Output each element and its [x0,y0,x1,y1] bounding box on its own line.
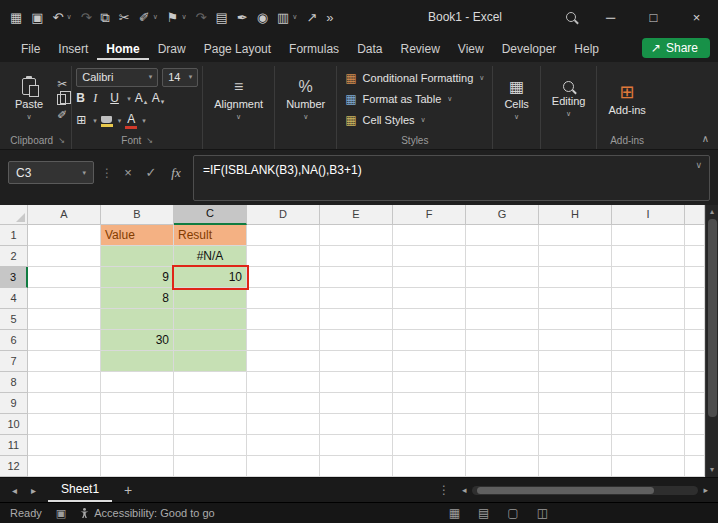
cell-E3[interactable] [320,267,393,288]
row-header-7[interactable]: 7 [0,351,28,372]
row-header-5[interactable]: 5 [0,309,28,330]
styles-button-2[interactable]: ▦Cell Styles∨ [341,110,488,130]
cell-F12[interactable] [393,456,466,477]
cell-H5[interactable] [539,309,612,330]
cell-G10[interactable] [466,414,539,435]
formula-input[interactable]: =IF(ISBLANK(B3),NA(),B3+1) ∨ [193,155,710,201]
column-header-G[interactable]: G [466,205,539,225]
cell-F4[interactable] [393,288,466,309]
font-family-select[interactable]: Calibri ▾ [76,68,158,87]
cell-C2[interactable]: #N/A [174,246,247,267]
sheet-nav-left-icon[interactable]: ◂ [6,485,23,496]
column-header-D[interactable]: D [247,205,320,225]
cell-B3[interactable]: 9 [101,267,174,288]
cell-A7[interactable] [28,351,101,372]
hscroll-thumb[interactable] [477,487,654,494]
cell-I4[interactable] [612,288,685,309]
cell-G4[interactable] [466,288,539,309]
table-tool-icon-dropdown[interactable]: ∨ [292,13,297,21]
alignment-button[interactable]: ≡ Alignment ∨ [207,77,270,122]
cell-D6[interactable] [247,330,320,351]
tab-developer[interactable]: Developer [493,36,566,60]
borders-dropdown-icon[interactable]: ▾ [93,117,97,125]
normal-view-icon[interactable]: ▤ [478,507,489,519]
ink-pen-icon[interactable]: ✒ [237,11,248,24]
cell-H7[interactable] [539,351,612,372]
addins-button[interactable]: ⊞ Add-ins [601,81,652,118]
decrease-font-button[interactable]: A▾ [152,92,165,105]
bold-button[interactable]: B [76,92,89,105]
number-button[interactable]: % Number ∨ [279,77,332,122]
row-header-12[interactable]: 12 [0,456,28,477]
cell-F1[interactable] [393,225,466,246]
cell-I3[interactable] [612,267,685,288]
cell-E1[interactable] [320,225,393,246]
cell-B6[interactable]: 30 [101,330,174,351]
cell-H11[interactable] [539,435,612,456]
more-commands-icon[interactable]: » [326,11,333,24]
cell-G11[interactable] [466,435,539,456]
cell-B11[interactable] [101,435,174,456]
sheet-nav-right-icon[interactable]: ▸ [25,485,42,496]
underline-dropdown-icon[interactable]: ▾ [127,95,131,103]
increase-font-button[interactable]: A▴ [135,92,148,105]
cell-I5[interactable] [612,309,685,330]
cell-I12[interactable] [612,456,685,477]
format-painter-icon[interactable]: ✐ [139,11,150,24]
underline-button[interactable]: U [110,92,123,105]
paste-button[interactable]: Paste ∨ [8,76,50,122]
cell-I1[interactable] [612,225,685,246]
row-header-1[interactable]: 1 [0,225,28,246]
cell-D2[interactable] [247,246,320,267]
tab-home[interactable]: Home [97,36,148,60]
cell-E11[interactable] [320,435,393,456]
maximize-button[interactable]: □ [632,0,675,34]
cell-E9[interactable] [320,393,393,414]
sheet-splitter-icon[interactable]: ⋮ [430,483,458,497]
cell-A1[interactable] [28,225,101,246]
cell-H6[interactable] [539,330,612,351]
cell-C5[interactable] [174,309,247,330]
cell-E8[interactable] [320,372,393,393]
italic-button[interactable]: I [93,92,106,105]
cell-A8[interactable] [28,372,101,393]
cell-F7[interactable] [393,351,466,372]
tab-view[interactable]: View [449,36,493,60]
tab-review[interactable]: Review [391,36,448,60]
cell-B7[interactable] [101,351,174,372]
cell-H1[interactable] [539,225,612,246]
cell-I7[interactable] [612,351,685,372]
copy-button[interactable] [57,94,67,105]
fill-color-button[interactable] [101,116,114,127]
cells-button[interactable]: ▦ Cells ∨ [497,77,535,122]
table-tool-icon[interactable]: ▥ [277,11,289,24]
cell-A2[interactable] [28,246,101,267]
cell-B2[interactable] [101,246,174,267]
expand-formula-bar-icon[interactable]: ∨ [695,160,702,170]
minimize-button[interactable]: ─ [589,0,632,34]
cell-E6[interactable] [320,330,393,351]
tab-data[interactable]: Data [348,36,391,60]
cell-F11[interactable] [393,435,466,456]
cell-B9[interactable] [101,393,174,414]
record-macro-icon[interactable]: ▣ [56,507,66,520]
highlighter-icon[interactable]: ⚑ [167,11,179,24]
cell-C7[interactable] [174,351,247,372]
horizontal-scrollbar[interactable]: ◂ ▸ [460,485,710,495]
cell-E5[interactable] [320,309,393,330]
tab-help[interactable]: Help [565,36,608,60]
new-sheet-button[interactable]: + [114,482,142,498]
cell-F6[interactable] [393,330,466,351]
select-all-button[interactable] [0,205,28,225]
scroll-down-arrow-icon[interactable]: ▾ [710,463,714,477]
undo-icon[interactable]: ↶ [53,11,64,24]
highlighter-icon-dropdown[interactable]: ∨ [181,13,186,21]
collapse-ribbon-icon[interactable]: ∧ [702,133,709,144]
undo-icon-dropdown[interactable]: ∨ [67,13,72,21]
cell-G8[interactable] [466,372,539,393]
cell-E4[interactable] [320,288,393,309]
cell-B10[interactable] [101,414,174,435]
cell-I2[interactable] [612,246,685,267]
copy-icon[interactable]: ⧉ [101,11,110,24]
cell-G1[interactable] [466,225,539,246]
